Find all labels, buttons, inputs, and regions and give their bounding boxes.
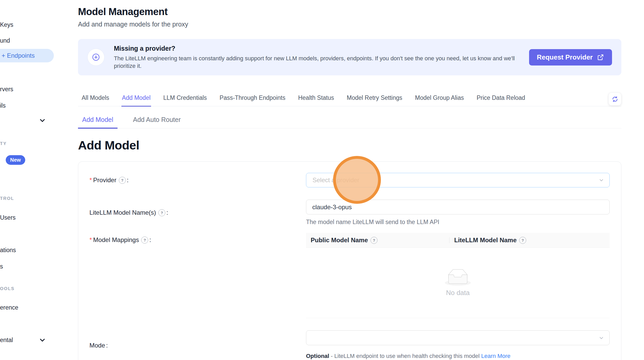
model-name-input[interactable]	[306, 200, 610, 214]
request-provider-button[interactable]: Request Provider	[529, 49, 612, 66]
column-header-label: Public Model Name	[311, 237, 368, 244]
page-subtitle: Add and manage models for the proxy	[78, 20, 621, 28]
mode-label-text: Mode	[89, 342, 105, 349]
model-mappings-table: Public Model Name ? LiteLLM Model Name ?	[306, 233, 610, 318]
model-name-label-text: LiteLLM Model Name(s)	[89, 209, 156, 216]
no-data-text: No data	[446, 289, 470, 297]
tab-bar: All Models Add Model LLM Credentials Pas…	[78, 94, 621, 106]
tab-add-model[interactable]: Add Model	[121, 94, 151, 107]
mode-helper-text: - LiteLLM endpoint to use when health ch…	[331, 353, 479, 359]
sidebar-section-label: TROL	[0, 196, 14, 201]
chevron-down-icon[interactable]	[38, 116, 46, 124]
sidebar-item-mcp-servers[interactable]: rvers	[0, 85, 13, 93]
model-name-row: LiteLLM Model Name(s) ? : The model name…	[89, 200, 610, 226]
table-header-row: Public Model Name ? LiteLLM Model Name ?	[306, 233, 610, 248]
tab-price-data-reload[interactable]: Price Data Reload	[476, 94, 526, 107]
sidebar-item-keys[interactable]: Keys	[0, 21, 13, 29]
add-model-form-card: * Provider ? : Select a provider	[78, 161, 621, 360]
learn-more-link[interactable]: Learn More	[481, 353, 511, 359]
page-title: Model Management	[78, 6, 621, 18]
form-heading: Add Model	[78, 138, 621, 153]
provider-label-text: Provider	[93, 176, 116, 184]
refresh-button[interactable]	[608, 93, 621, 106]
provider-select-placeholder: Select a provider	[313, 176, 359, 184]
help-icon[interactable]: ?	[119, 177, 126, 184]
model-mappings-label-text: Model Mappings	[93, 236, 139, 244]
banner-body: The LiteLLM engineering team is constant…	[114, 55, 519, 70]
sidebar-section-label: TY	[0, 141, 7, 146]
model-mappings-row: * Model Mappings ? : Public Model Name ?	[89, 233, 610, 318]
tab-model-group-alias[interactable]: Model Group Alias	[414, 94, 464, 107]
banner-title: Missing a provider?	[114, 45, 519, 52]
request-provider-label: Request Provider	[537, 53, 593, 61]
provider-select[interactable]: Select a provider	[306, 173, 610, 187]
label-colon: :	[106, 342, 108, 349]
sidebar-item-internal-users[interactable]: Users	[0, 213, 16, 222]
mode-label: Mode :	[89, 342, 306, 349]
banner-text: Missing a provider? The LiteLLM engineer…	[114, 45, 519, 70]
subtab-add-model[interactable]: Add Model	[78, 116, 118, 129]
tab-pass-through-endpoints[interactable]: Pass-Through Endpoints	[219, 94, 286, 107]
sidebar-item-experimental[interactable]: ental	[0, 336, 13, 344]
sidebar-item-models-endpoints[interactable]: + Endpoints	[0, 49, 54, 62]
help-icon[interactable]: ?	[519, 237, 526, 244]
label-colon: :	[149, 236, 151, 244]
main-content: Model Management Add and manage models f…	[78, 0, 621, 360]
subtab-bar: Add Model Add Auto Router	[78, 116, 621, 128]
label-colon: :	[127, 176, 129, 184]
app-window: Keys und + Endpoints rvers ils TY New TR…	[0, 0, 644, 360]
help-icon[interactable]: ?	[158, 209, 165, 216]
refresh-icon	[612, 96, 619, 103]
sidebar-item-playground[interactable]: und	[0, 36, 10, 45]
required-mark: *	[89, 236, 92, 244]
sidebar-item-organizations[interactable]: ations	[0, 246, 16, 254]
column-header-label: LiteLLM Model Name	[454, 237, 517, 244]
tab-health-status[interactable]: Health Status	[298, 94, 335, 107]
sidebar-section-label: OOLS	[0, 286, 15, 291]
chevron-down-icon	[599, 335, 604, 341]
sidebar-item-truncated[interactable]: s	[0, 262, 3, 271]
empty-inbox-icon	[445, 269, 471, 286]
mode-select[interactable]	[306, 330, 610, 345]
label-colon: :	[166, 209, 168, 216]
plus-circle-icon	[87, 49, 105, 66]
help-icon[interactable]: ?	[141, 237, 148, 244]
column-header-litellm-model-name: LiteLLM Model Name ?	[450, 233, 610, 247]
missing-provider-banner: Missing a provider? The LiteLLM engineer…	[78, 39, 621, 75]
model-name-helper: The model name LiteLLM will send to the …	[306, 219, 610, 226]
required-mark: *	[89, 176, 92, 184]
sidebar-item-label: + Endpoints	[2, 52, 35, 59]
provider-row: * Provider ? : Select a provider	[89, 173, 610, 187]
mode-helper: Optional - LiteLLM endpoint to use when …	[306, 352, 517, 360]
model-name-label: LiteLLM Model Name(s) ? :	[89, 209, 306, 216]
tab-model-retry-settings[interactable]: Model Retry Settings	[346, 94, 403, 107]
sidebar: Keys und + Endpoints rvers ils TY New TR…	[0, 0, 56, 360]
provider-label: * Provider ? :	[89, 176, 306, 184]
table-empty-state: No data	[306, 248, 610, 318]
tab-llm-credentials[interactable]: LLM Credentials	[163, 94, 207, 107]
sidebar-item-api-reference[interactable]: erence	[0, 303, 18, 312]
external-link-icon	[597, 54, 604, 61]
chevron-down-icon[interactable]	[38, 336, 46, 344]
mode-row: Mode : Optional - LiteLLM endpoint to us…	[89, 330, 610, 360]
help-icon[interactable]: ?	[370, 237, 378, 244]
subtab-add-auto-router[interactable]: Add Auto Router	[129, 116, 185, 129]
sidebar-item-guardrails[interactable]: ils	[0, 101, 6, 110]
model-mappings-label: * Model Mappings ? :	[89, 233, 306, 244]
column-header-public-model-name: Public Model Name ?	[306, 233, 450, 247]
chevron-down-icon	[599, 177, 604, 183]
tab-all-models[interactable]: All Models	[81, 94, 110, 107]
new-badge: New	[6, 155, 25, 165]
mode-helper-optional: Optional	[306, 353, 329, 359]
